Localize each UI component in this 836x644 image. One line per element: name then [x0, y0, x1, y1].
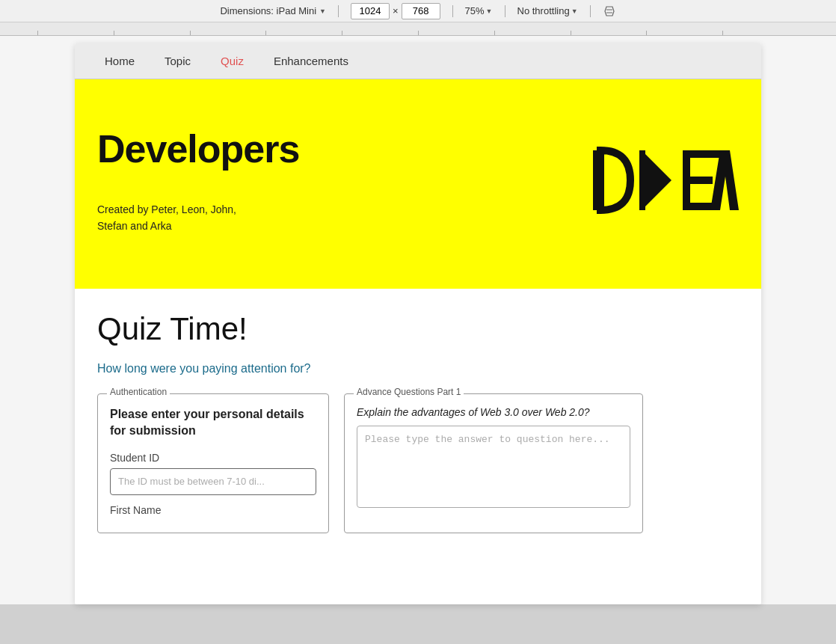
- first-name-label: First Name: [110, 504, 316, 516]
- main-content: Quiz Time! How long were you paying atte…: [75, 289, 761, 556]
- form-row: Authentication Please enter your persona…: [97, 393, 739, 533]
- toolbar-divider-1: [338, 5, 339, 17]
- hero-banner: Developers Created by Peter, Leon, John,…: [75, 79, 761, 289]
- width-input[interactable]: [351, 3, 390, 19]
- auth-legend: Authentication: [107, 387, 170, 397]
- svg-marker-4: [642, 150, 671, 210]
- ruler-tick: [571, 31, 647, 35]
- svg-rect-8: [690, 177, 713, 184]
- width-section: ×: [351, 3, 440, 19]
- student-id-label: Student ID: [110, 452, 316, 464]
- zoom-value: 75%: [465, 5, 485, 16]
- throttling-label: No throttling: [517, 5, 570, 16]
- quiz-title: Quiz Time!: [97, 311, 739, 347]
- toolbar-divider-4: [590, 5, 591, 17]
- zoom-chevron: ▼: [486, 7, 493, 15]
- student-id-input[interactable]: [110, 468, 316, 495]
- page-wrapper: Home Topic Quiz Enhancements Developers …: [75, 43, 761, 604]
- x-separator: ×: [393, 5, 399, 16]
- svg-rect-6: [683, 150, 690, 210]
- ruler-tick: [342, 31, 418, 35]
- toolbar: Dimensions: iPad Mini ▼ × 75% ▼ No throt…: [0, 0, 836, 22]
- svg-marker-10: [710, 150, 739, 210]
- toolbar-divider-3: [505, 5, 505, 17]
- advance-legend: Advance Questions Part 1: [354, 387, 464, 397]
- ruler-tick: [265, 31, 342, 35]
- throttling-dropdown[interactable]: No throttling ▼: [517, 5, 578, 16]
- advance-questions-fieldset: Advance Questions Part 1 Explain the adv…: [344, 393, 643, 533]
- credit-line1: Created by Peter, Leon, John,: [97, 203, 236, 215]
- hero-credit: Created by Peter, Leon, John, Stefan and…: [97, 201, 299, 235]
- svg-rect-7: [690, 150, 720, 158]
- dimensions-chevron[interactable]: ▼: [319, 7, 326, 15]
- dimensions-label: Dimensions: iPad Mini: [220, 5, 316, 16]
- authentication-fieldset: Authentication Please enter your persona…: [97, 393, 329, 533]
- nav-topic[interactable]: Topic: [150, 43, 206, 79]
- throttling-chevron: ▼: [571, 7, 578, 15]
- toolbar-divider-2: [452, 5, 453, 17]
- ruler-tick: [722, 31, 799, 35]
- ruler-tick: [418, 31, 494, 35]
- ruler-tick: [190, 31, 266, 35]
- zoom-dropdown[interactable]: 75% ▼: [465, 5, 493, 16]
- question-label: Explain the advantages of Web 3.0 over W…: [357, 406, 630, 418]
- ruler-tick: [37, 31, 114, 35]
- ruler-tick: [646, 31, 722, 35]
- nav-enhancements[interactable]: Enhancements: [259, 43, 363, 79]
- nav-quiz[interactable]: Quiz: [206, 43, 259, 79]
- credit-line2: Stefan and Arka: [97, 220, 172, 232]
- ruler: [0, 22, 836, 36]
- ruler-ticks: [0, 31, 836, 35]
- dimensions-section: Dimensions: iPad Mini ▼: [220, 5, 326, 16]
- dev-logo: [589, 143, 739, 218]
- auth-description: Please enter your personal details for s…: [110, 406, 316, 440]
- ruler-tick: [114, 31, 190, 35]
- hero-title: Developers: [97, 126, 299, 171]
- browser-chrome: Home Topic Quiz Enhancements Developers …: [0, 36, 836, 604]
- answer-textarea[interactable]: [357, 426, 630, 508]
- height-input[interactable]: [402, 3, 440, 19]
- settings-icon[interactable]: [603, 4, 616, 18]
- nav-home[interactable]: Home: [90, 43, 150, 79]
- navigation: Home Topic Quiz Enhancements: [75, 43, 761, 79]
- svg-marker-0: [605, 7, 614, 16]
- ruler-tick: [494, 31, 571, 35]
- svg-rect-5: [639, 150, 645, 210]
- quiz-subtitle: How long were you paying attention for?: [97, 362, 739, 375]
- hero-left: Developers Created by Peter, Leon, John,…: [97, 126, 299, 235]
